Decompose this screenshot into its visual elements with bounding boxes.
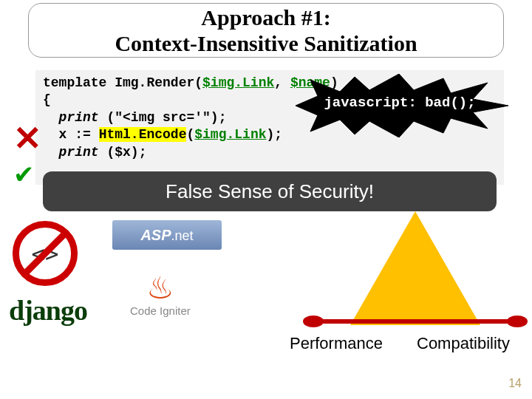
codeigniter-logo: ♨ Code Igniter xyxy=(130,275,191,317)
title-line-2: Context-Insensitive Sanitization xyxy=(29,31,503,57)
code-keyword: print xyxy=(43,110,106,125)
triangle-dot-right-icon xyxy=(507,316,528,327)
code-line-5: print ($x); xyxy=(43,144,497,161)
callout-text: javascript: bad(); xyxy=(303,87,497,111)
no-tags-icon: <> xyxy=(12,220,78,287)
code-param: $img.Link xyxy=(194,127,266,142)
warning-banner: False Sense of Security! xyxy=(43,171,497,211)
check-mark-icon: ✔ xyxy=(13,160,34,189)
code-text: template Img.Render( xyxy=(43,75,202,90)
code-keyword: print xyxy=(43,145,106,160)
compatibility-label: Compatibility xyxy=(417,334,510,353)
triangle-base-line xyxy=(313,319,517,324)
page-number: 14 xyxy=(508,377,522,390)
title-line-1: Approach #1: xyxy=(29,5,503,31)
code-text: ( xyxy=(186,127,194,142)
slide-title-box: Approach #1: Context-Insensitive Sanitiz… xyxy=(28,3,504,58)
code-text: ); xyxy=(266,127,290,142)
net-text: .net xyxy=(171,228,194,243)
code-param: $img.Link xyxy=(202,75,274,90)
flame-icon: ♨ xyxy=(130,275,191,303)
aspnet-logo: ASP.net xyxy=(112,220,222,250)
performance-label: Performance xyxy=(290,334,383,353)
triangle-dot-left-icon xyxy=(303,316,324,327)
code-highlight: Html.Encode xyxy=(99,127,187,142)
django-logo: django xyxy=(9,294,87,327)
code-text: ("<img src='"); xyxy=(106,110,226,125)
callout-explosion: javascript: bad(); xyxy=(303,87,497,124)
code-text: x := xyxy=(43,127,99,142)
asp-text: ASP xyxy=(140,227,171,243)
codeigniter-text: Code Igniter xyxy=(130,304,191,317)
django-text: django xyxy=(9,295,87,326)
code-text: ($x); xyxy=(106,145,146,160)
warning-triangle-icon xyxy=(350,211,480,325)
x-mark-icon: ✕ xyxy=(13,118,42,158)
